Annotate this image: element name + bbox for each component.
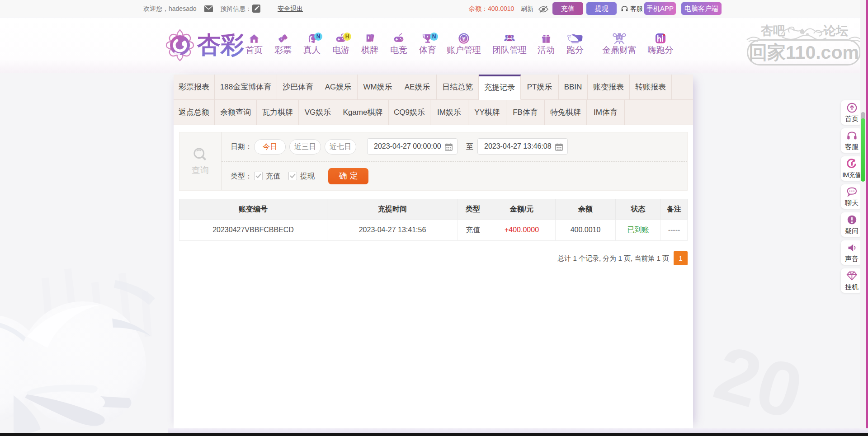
svg-text:杏彩: 杏彩 [197, 32, 244, 58]
